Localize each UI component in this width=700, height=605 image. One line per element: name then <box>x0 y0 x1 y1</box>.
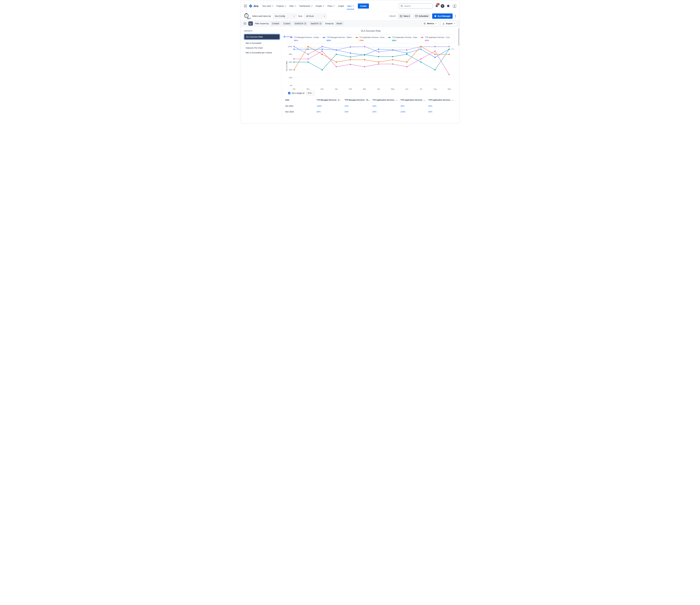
series-average: 68% <box>425 39 452 42</box>
legend-item[interactable]: TTR Managed Services - Tailored I… 83% <box>322 37 354 42</box>
target-checkbox[interactable] <box>288 92 290 94</box>
sidebar-item-met-vs-exceeded-per-criteria[interactable]: Met vs Exceeded per Criteria <box>244 50 280 55</box>
nav-label: Your work <box>262 5 271 7</box>
svg-text:May: May <box>391 88 394 90</box>
series-average: 68% <box>392 39 419 42</box>
chart-view-toggle[interactable] <box>248 21 253 26</box>
chevron-down-icon <box>323 5 324 6</box>
search-input[interactable] <box>404 5 431 7</box>
nav-your-work[interactable]: Your work <box>260 3 275 8</box>
sidebar-item-sla-success-rate[interactable]: SLA Success Rate <box>244 34 280 40</box>
series-marker-icon <box>388 37 391 38</box>
filter-bar: Filter issues by: Created Custom Oct/01/… <box>241 20 459 27</box>
series-label: TTR Managed Services - Tailored I… <box>327 37 354 39</box>
view-button[interactable]: View 2 <box>398 14 411 19</box>
chip-label: Custom <box>283 22 290 25</box>
filter-chip-date-from[interactable]: Oct/01/24 <box>293 21 308 26</box>
table-value-link[interactable]: 60% <box>428 105 456 107</box>
annotation-arrow <box>282 35 293 38</box>
svg-text:SLA (% Met): SLA (% Met) <box>286 61 288 71</box>
target-stepper-down[interactable] <box>312 93 314 94</box>
nav-filter[interactable]: Filter <box>288 3 298 8</box>
table-value-link[interactable]: 40% <box>400 105 428 107</box>
table-value-link[interactable]: 93% <box>373 105 400 107</box>
table-value-link[interactable]: 93% <box>345 111 372 113</box>
nav-insight[interactable]: Insight <box>336 3 346 8</box>
nav-people[interactable]: People <box>314 3 326 8</box>
svg-text:40%: 40% <box>289 69 292 71</box>
remove-date-to-icon[interactable] <box>320 23 321 25</box>
legend-item[interactable]: TTA Application Services - Innova… 75% <box>355 37 386 42</box>
table-value-link[interactable]: 100% <box>400 111 428 113</box>
scrollbar[interactable] <box>458 28 459 46</box>
table-header-row: Date TTA Managed Services - Compr… TTR M… <box>285 99 456 103</box>
gear-icon <box>434 15 436 17</box>
jira-mark-icon <box>249 4 252 8</box>
table-value-link[interactable]: 80% <box>317 111 345 113</box>
metrics-button[interactable]: Metrics <box>422 21 439 26</box>
chevron-down-icon <box>454 23 455 24</box>
nav-apps[interactable]: Apps <box>346 3 356 8</box>
notifications-button[interactable]: 9+ <box>435 4 439 8</box>
table-value-link[interactable]: 60% <box>428 111 456 113</box>
table-value-link[interactable]: 93% <box>345 105 372 107</box>
app-switcher-icon[interactable] <box>243 4 248 8</box>
settings-button[interactable] <box>447 4 450 8</box>
table-header: TTA Managed Services - Compr… <box>317 99 345 101</box>
table-value-link[interactable]: 93% <box>373 111 400 113</box>
series-label: TTA Application Services - Innova… <box>359 37 386 39</box>
sidebar-item-label: Met vs Exceeded per Criteria <box>246 51 272 54</box>
reports-heading: REPORTS <box>244 30 280 32</box>
table-header: Date <box>285 99 317 101</box>
grid-view-toggle[interactable] <box>243 22 247 26</box>
work-items-value: SLA Config <box>275 15 285 17</box>
sla-select[interactable]: All SLAs <box>304 14 327 19</box>
sla-manager-button[interactable]: SLA Manager <box>432 14 453 19</box>
sidebar-item-statuses-pie-chart[interactable]: Statuses Pie Chart <box>244 46 280 50</box>
nav-plans[interactable]: Plans <box>326 3 336 8</box>
chevron-down-icon <box>285 5 286 6</box>
nav-dashboards[interactable]: Dashboards <box>298 3 314 8</box>
legend-item[interactable]: TTA Managed Services - Compreh… 95% <box>290 37 321 42</box>
work-items-select[interactable]: SLA Config <box>273 14 297 19</box>
sidebar-item-label: Statuses Pie Chart <box>246 47 262 49</box>
sla-toolbar-right: Edired* View 2 Scheduler SLA Manager <box>390 14 456 19</box>
filter-chip-date-to[interactable]: Sep/5/25 <box>309 21 323 26</box>
table-value-link[interactable]: 100% <box>317 105 345 107</box>
sliders-icon <box>424 22 426 25</box>
legend-item[interactable]: TTR Application Services - Expert… 68% <box>388 37 419 42</box>
target-stepper-up[interactable] <box>312 92 314 93</box>
jira-logo[interactable]: Jira <box>249 4 258 8</box>
table-cell-date: Nov 2024 <box>285 111 317 113</box>
series-marker-icon <box>421 37 424 38</box>
chevron-down-icon <box>272 5 273 6</box>
series-marker-icon <box>322 37 325 38</box>
remove-date-from-icon[interactable] <box>304 23 306 25</box>
nav-projects[interactable]: Projects <box>275 3 288 8</box>
svg-text:Dec: Dec <box>321 88 324 90</box>
scheduler-button[interactable]: Scheduler <box>413 14 430 19</box>
filter-chip-custom[interactable]: Custom <box>282 21 292 26</box>
report-main: SLA Success Rate TTA Managed Services - … <box>282 27 459 123</box>
svg-text:Jun: Jun <box>405 88 408 90</box>
search-box[interactable] <box>399 3 433 9</box>
group-by-month-chip[interactable]: Month <box>335 21 344 26</box>
legend-item[interactable]: TTR Application Services - Custo… 68% <box>421 37 452 42</box>
chevron-down-icon <box>333 5 335 6</box>
more-options-button[interactable] <box>454 14 456 19</box>
create-button[interactable]: Create <box>358 3 369 8</box>
svg-text:100%: 100% <box>288 46 292 48</box>
svg-text:Mar: Mar <box>363 88 366 90</box>
export-button[interactable]: Export <box>441 21 457 26</box>
question-mark-icon: ? <box>442 5 443 7</box>
avatar[interactable] <box>452 4 457 8</box>
filter-chip-created[interactable]: Created <box>271 21 280 26</box>
chevron-up-icon <box>312 92 314 93</box>
chip-label: Created <box>272 22 279 25</box>
table-cell-date: Oct 2024 <box>285 105 317 107</box>
help-button[interactable]: ? <box>441 4 444 8</box>
sidebar-item-met-vs-exceeded[interactable]: Met vs Exceeded <box>244 41 280 46</box>
chart-title: SLA Success Rate <box>285 29 456 32</box>
target-input[interactable] <box>307 92 312 94</box>
table-header: TTR Application Services - Cust… <box>428 99 456 101</box>
